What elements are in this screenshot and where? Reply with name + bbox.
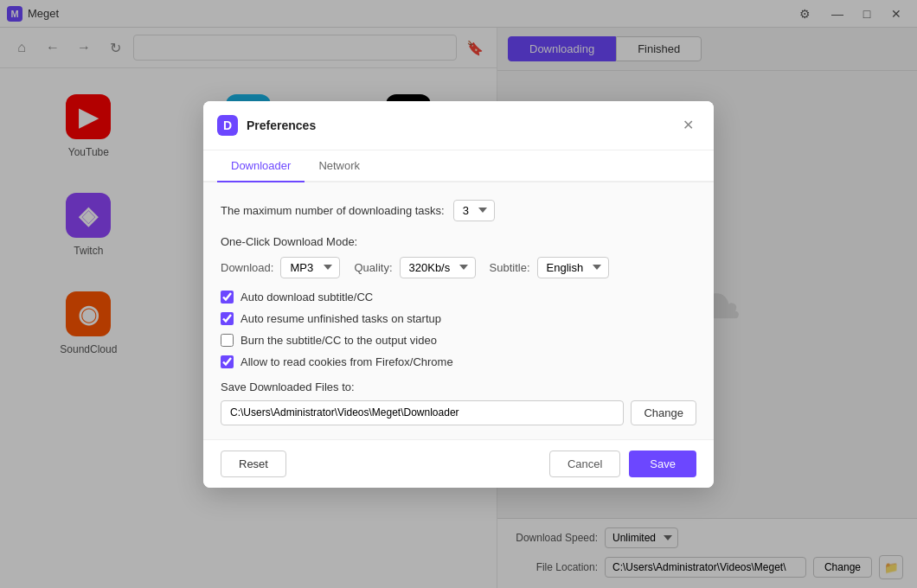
quality-label: Quality: (354, 261, 392, 274)
save-path-label: Save Downloaded Files to: (221, 380, 696, 393)
tab-downloader[interactable]: Downloader (217, 150, 305, 182)
dialog-logo: D (217, 115, 238, 136)
download-label: Download: (221, 261, 273, 274)
checkbox-label-read_cookies: Allow to read cookies from Firefox/Chrom… (240, 355, 453, 368)
checkbox-label-auto_subtitle: Auto download subtitle/CC (240, 291, 373, 304)
oneclick-row: Download: MP3MP4MKVAAC Quality: 320Kb/s2… (221, 257, 696, 278)
oneclick-title: One-Click Download Mode: (221, 235, 696, 248)
save-row: Change (221, 400, 696, 425)
save-path-input[interactable] (221, 400, 624, 425)
dialog-close-button[interactable]: ✕ (676, 113, 700, 137)
save-section: Save Downloaded Files to: Change (221, 380, 696, 425)
max-tasks-row: The maximum number of downloading tasks:… (221, 200, 696, 221)
oneclick-section: One-Click Download Mode: Download: MP3MP… (221, 235, 696, 278)
checkbox-read_cookies[interactable] (221, 355, 234, 368)
checkbox-row-burn_subtitle: Burn the subtitle/CC to the output video (221, 334, 696, 347)
dialog-tabs: Downloader Network (203, 150, 714, 182)
checkbox-row-auto_resume: Auto resume unfinished tasks on startup (221, 312, 696, 325)
dialog-body: The maximum number of downloading tasks:… (203, 182, 714, 439)
subtitle-group: Subtitle: EnglishNoneAuto (490, 257, 609, 278)
subtitle-label: Subtitle: (490, 261, 530, 274)
quality-group: Quality: 320Kb/s256Kb/s192Kb/s (354, 257, 475, 278)
checkbox-container: Auto download subtitle/CCAuto resume unf… (221, 291, 696, 368)
quality-select[interactable]: 320Kb/s256Kb/s192Kb/s (400, 257, 476, 278)
checkbox-row-auto_subtitle: Auto download subtitle/CC (221, 291, 696, 304)
cancel-button[interactable]: Cancel (549, 451, 620, 477)
dialog-footer: Reset Cancel Save (203, 439, 714, 488)
tab-network[interactable]: Network (305, 150, 374, 182)
download-format-select[interactable]: MP3MP4MKVAAC (280, 257, 340, 278)
modal-overlay: D Preferences ✕ Downloader Network The m… (0, 0, 917, 588)
dialog-title: Preferences (247, 118, 676, 132)
max-tasks-select[interactable]: 12345 (453, 200, 495, 221)
subtitle-select[interactable]: EnglishNoneAuto (537, 257, 609, 278)
checkbox-label-burn_subtitle: Burn the subtitle/CC to the output video (240, 334, 437, 347)
footer-right: Cancel Save (549, 451, 696, 477)
checkbox-label-auto_resume: Auto resume unfinished tasks on startup (240, 312, 441, 325)
checkbox-auto_subtitle[interactable] (221, 291, 234, 304)
checkbox-burn_subtitle[interactable] (221, 334, 234, 347)
dialog-header: D Preferences ✕ (203, 101, 714, 150)
checkbox-auto_resume[interactable] (221, 312, 234, 325)
save-button[interactable]: Save (629, 451, 696, 477)
checkbox-row-read_cookies: Allow to read cookies from Firefox/Chrom… (221, 355, 696, 368)
save-change-button[interactable]: Change (631, 400, 696, 425)
download-group: Download: MP3MP4MKVAAC (221, 257, 340, 278)
preferences-dialog: D Preferences ✕ Downloader Network The m… (203, 101, 714, 488)
reset-button[interactable]: Reset (221, 451, 286, 477)
max-tasks-label: The maximum number of downloading tasks: (221, 204, 445, 217)
